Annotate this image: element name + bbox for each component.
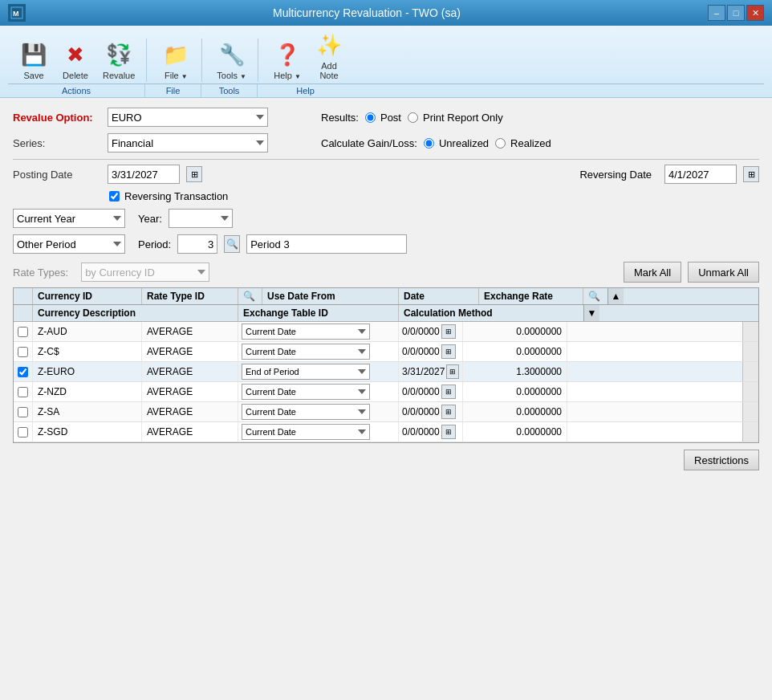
main-content: Revalue Option: EURO Results: Post Print… [0,98,772,700]
rate-type-cell: AVERAGE [142,422,238,442]
row-checkbox[interactable] [18,407,28,417]
use-date-cell[interactable]: Current Date End of Period [238,322,399,341]
grid-header-search-icon[interactable]: 🔍 [238,288,262,304]
help-label: Help ▼ [274,71,301,80]
reversing-date-calendar-button[interactable]: ⊞ [743,166,759,182]
year-type-select[interactable]: Current Year [13,209,125,228]
tools-label: Tools ▼ [217,71,246,80]
add-note-label: AddNote [319,61,338,80]
use-date-select[interactable]: Current Date End of Period [242,364,370,380]
use-date-cell[interactable]: Current Date End of Period [238,382,399,401]
minimize-button[interactable]: – [708,5,725,21]
series-row: Series: Financial Calculate Gain/Loss: U… [13,133,759,153]
use-date-cell[interactable]: Current Date End of Period [238,422,399,442]
maximize-button[interactable]: □ [727,5,745,21]
grid-header-row2: Currency Description Exchange Table ID C… [14,305,758,322]
realized-radio[interactable] [495,138,506,149]
print-report-radio[interactable] [408,112,418,123]
toolbar-actions-group: 💾 Save ✖ Delete 💱 Revalue [8,39,147,82]
grid-header-date: Date [399,288,479,304]
revalue-button[interactable]: 💱 Revalue [98,39,140,82]
posting-date-row: Posting Date 3/31/2027 ⊞ Reversing Date … [13,165,759,184]
save-button[interactable]: 💾 Save [14,39,53,82]
date-calendar-button[interactable]: ⊞ [441,405,456,419]
row-scroll-area [742,322,758,341]
row-checkbox[interactable] [18,387,28,397]
period-name-input[interactable] [246,234,407,254]
bottom-row: Restrictions [13,450,759,470]
row-checkbox[interactable] [18,427,28,438]
date-calendar-button[interactable]: ⊞ [441,425,456,439]
unrealized-radio[interactable] [424,138,434,149]
post-radio[interactable] [365,112,376,123]
date-calendar-button[interactable]: ⊞ [441,344,456,359]
use-date-select[interactable]: Current Date End of Period [242,384,370,400]
mark-all-button[interactable]: Mark All [624,262,681,283]
use-date-cell[interactable]: Current Date End of Period [238,342,399,361]
period-search-button[interactable]: 🔍 [224,235,240,253]
table-row: Z-EURO AVERAGE Current Date End of Perio… [14,362,758,382]
row-scroll-area [742,382,758,401]
tools-button[interactable]: 🔧 Tools ▼ [212,39,251,82]
exchange-rate-cell: 0.0000000 [463,382,567,401]
row-checkbox[interactable] [18,347,28,357]
use-date-cell[interactable]: Current Date End of Period [238,402,399,421]
restrictions-button[interactable]: Restrictions [684,450,759,470]
reversing-date-input[interactable]: 4/1/2027 [664,165,737,184]
svg-text:M: M [13,10,19,18]
help-icon: ❓ [273,40,302,69]
unrealized-label: Unrealized [439,137,489,149]
use-date-select[interactable]: Current Date End of Period [242,344,370,360]
revalue-option-select[interactable]: EURO [108,108,268,127]
currency-grid: Currency ID Rate Type ID 🔍 Use Date From… [13,287,759,443]
period-type-select[interactable]: Other Period [13,234,125,254]
grid-header-exchange-rate: Exchange Rate [479,288,583,304]
grid-header-checkbox-col [14,288,33,304]
row-checkbox[interactable] [18,327,28,337]
year-value-select[interactable] [169,209,233,228]
print-report-radio-group: Print Report Only [408,112,503,124]
save-icon: 💾 [19,40,48,69]
delete-label: Delete [63,71,88,80]
currency-id-cell: Z-SA [33,402,142,421]
currency-id-cell: Z-AUD [33,322,142,341]
delete-button[interactable]: ✖ Delete [56,39,95,82]
date-calendar-button[interactable]: ⊞ [446,364,459,379]
exchange-rate-cell: 1.3000000 [463,362,567,381]
revalue-option-label: Revalue Option: [13,112,101,124]
close-button[interactable]: ✕ [746,5,764,21]
use-date-cell[interactable]: Current Date End of Period [238,362,399,381]
year-label: Year: [138,213,162,225]
use-date-select[interactable]: Current Date End of Period [242,404,370,420]
file-button[interactable]: 📁 File ▼ [156,39,195,82]
rate-types-select: by Currency ID [81,262,209,282]
posting-date-calendar-button[interactable]: ⊞ [186,166,202,182]
help-button[interactable]: ❓ Help ▼ [268,39,307,82]
row-scroll-area [742,342,758,361]
help-section-label: Help [257,84,353,97]
rate-type-cell: AVERAGE [142,362,238,381]
posting-date-input[interactable]: 3/31/2027 [108,165,180,184]
use-date-select[interactable]: Current Date End of Period [242,324,370,340]
year-row: Current Year Year: [13,209,759,228]
realized-radio-group: Realized [495,137,551,149]
grid-header-exchange-search-icon[interactable]: 🔍 [583,288,607,304]
date-cell: 0/0/0000 ⊞ [399,382,463,401]
grid-sort-up-button[interactable]: ▲ [607,288,624,304]
use-date-select[interactable]: Current Date End of Period [242,424,370,440]
series-select[interactable]: Financial [108,133,268,153]
row-checkbox[interactable] [18,367,28,377]
grid-header-rate-type: Rate Type ID [142,288,238,304]
period-value-input[interactable] [177,234,217,254]
unmark-all-button[interactable]: Unmark All [688,262,759,283]
table-row: Z-C$ AVERAGE Current Date End of Period … [14,342,758,362]
currency-id-cell: Z-EURO [33,362,142,381]
toolbar-file-group: 📁 File ▼ [150,39,202,82]
date-calendar-button[interactable]: ⊞ [441,385,456,399]
add-note-button[interactable]: ✨ AddNote [310,29,348,82]
grid-sort-down-button[interactable]: ▼ [583,305,599,321]
date-cell: 0/0/0000 ⊞ [399,342,463,361]
table-row: Z-SA AVERAGE Current Date End of Period … [14,402,758,422]
date-calendar-button[interactable]: ⊞ [441,324,456,339]
reversing-transaction-checkbox[interactable] [109,191,120,201]
